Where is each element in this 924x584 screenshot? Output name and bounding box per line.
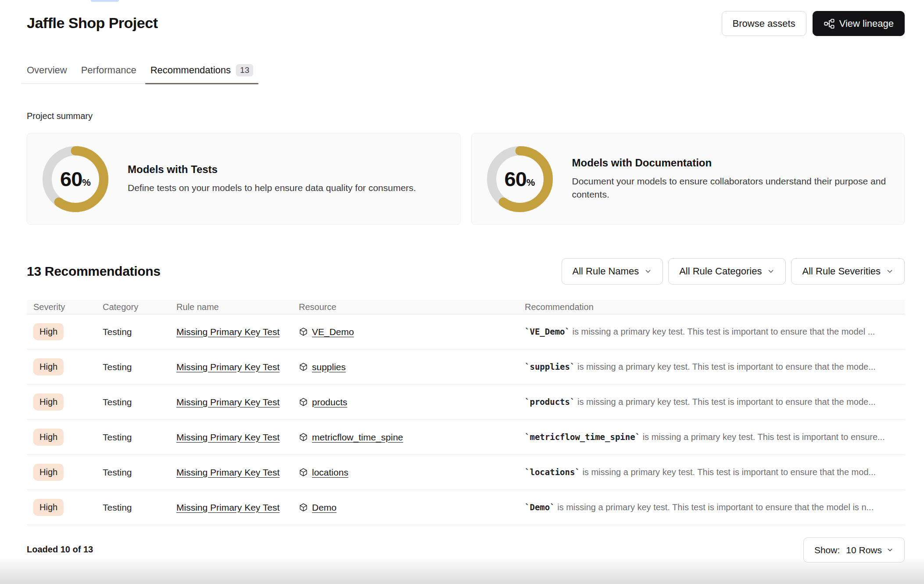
category-cell: Testing — [103, 467, 176, 478]
donut-percent-label: 60 % — [487, 146, 553, 212]
recommendations-heading: 13 Recommendations — [27, 264, 161, 279]
card-title: Models with Tests — [128, 163, 416, 176]
view-lineage-label: View lineage — [839, 18, 894, 29]
table-row: High Testing Missing Primary Key Test — [27, 350, 905, 385]
recommendation-text: is missing a primary key test. This test… — [570, 327, 875, 336]
chevron-down-icon — [767, 267, 775, 275]
column-header-severity: Severity — [33, 302, 103, 312]
category-cell: Testing — [103, 502, 176, 513]
filter-bar: All Rule Names All Rule Categories All R… — [562, 258, 905, 285]
category-cell: Testing — [103, 362, 176, 372]
recommendation-code: `products` — [525, 397, 575, 407]
table-row: High Testing Missing Primary Key Test — [27, 420, 905, 455]
browse-assets-button[interactable]: Browse assets — [722, 11, 806, 36]
table-row: High Testing Missing Primary Key Test — [27, 314, 905, 350]
rule-name-link[interactable]: Missing Primary Key Test — [176, 432, 279, 442]
card-title: Models with Documentation — [572, 157, 887, 169]
tab-overview[interactable]: Overview — [21, 64, 72, 83]
tab-recommendations-label: Recommendations — [150, 65, 231, 76]
rule-name-link[interactable]: Missing Primary Key Test — [176, 467, 279, 477]
recommendation-code: `VE_Demo` — [525, 327, 570, 336]
recommendation-cell: `VE_Demo` is missing a primary key test.… — [525, 327, 905, 337]
models-with-tests-card: 60 % Models with Tests Define tests on y… — [27, 133, 461, 225]
rule-categories-filter-dropdown[interactable]: All Rule Categories — [668, 258, 786, 285]
recommendation-text: is missing a primary key test. This test… — [640, 432, 885, 442]
recommendation-cell: `supplies` is missing a primary key test… — [525, 362, 905, 372]
rule-names-filter-dropdown[interactable]: All Rule Names — [562, 258, 663, 285]
tab-bar: Overview Performance Recommendations 13 — [21, 64, 258, 84]
resource-link[interactable]: supplies — [312, 362, 346, 372]
table-row: High Testing Missing Primary Key Test — [27, 385, 905, 420]
summary-cards: 60 % Models with Tests Define tests on y… — [27, 133, 905, 225]
table-row: High Testing Missing Primary Key Test — [27, 455, 905, 490]
documentation-donut-chart: 60 % — [487, 146, 553, 212]
table-header-row: Severity Category Rule name Resource Rec… — [27, 300, 905, 314]
resource-link[interactable]: Demo — [312, 502, 337, 513]
recommendation-text: is missing a primary key test. This test… — [580, 467, 876, 477]
browse-assets-label: Browse assets — [733, 18, 795, 29]
column-header-recommendation: Recommendation — [525, 302, 905, 312]
tab-performance[interactable]: Performance — [76, 64, 142, 83]
rule-name-link[interactable]: Missing Primary Key Test — [176, 362, 279, 372]
tab-recommendations[interactable]: Recommendations 13 — [145, 64, 259, 83]
category-cell: Testing — [103, 397, 176, 407]
severity-badge: High — [33, 393, 64, 411]
card-description: Document your models to ensure collabora… — [572, 175, 887, 201]
view-lineage-button[interactable]: View lineage — [813, 11, 905, 36]
category-cell: Testing — [103, 327, 176, 337]
model-cube-icon — [299, 327, 308, 336]
tab-performance-label: Performance — [81, 65, 136, 76]
severity-badge: High — [33, 429, 64, 446]
tests-donut-chart: 60 % — [43, 146, 108, 212]
table-body: High Testing Missing Primary Key Test — [27, 314, 905, 525]
project-summary-label: Project summary — [27, 111, 905, 121]
lineage-dag-icon — [824, 18, 835, 29]
recommendation-code: `Demo` — [525, 502, 555, 512]
model-cube-icon — [299, 433, 308, 442]
model-cube-icon — [299, 468, 308, 477]
recommendation-cell: `metricflow_time_spine` is missing a pri… — [525, 432, 905, 442]
chevron-down-icon — [886, 546, 894, 554]
table-row: High Testing Missing Primary Key Test — [27, 490, 905, 525]
model-cube-icon — [299, 362, 308, 371]
rule-name-link[interactable]: Missing Primary Key Test — [176, 327, 279, 337]
model-cube-icon — [299, 503, 308, 512]
recommendations-table: Severity Category Rule name Resource Rec… — [27, 300, 905, 525]
recommendation-code: `locations` — [525, 467, 580, 477]
recommendation-text: is missing a primary key test. This test… — [575, 362, 875, 371]
column-header-category: Category — [103, 302, 176, 312]
recommendation-cell: `locations` is missing a primary key tes… — [525, 467, 905, 477]
recommendation-code: `supplies` — [525, 362, 575, 371]
recommendation-code: `metricflow_time_spine` — [525, 432, 640, 442]
severity-badge: High — [33, 323, 64, 340]
recommendation-cell: `products` is missing a primary key test… — [525, 397, 905, 407]
card-description: Define tests on your models to help ensu… — [128, 181, 416, 195]
models-with-documentation-card: 60 % Models with Documentation Document … — [471, 133, 905, 225]
page: Jaffle Shop Project Browse assets View — [0, 0, 924, 584]
column-header-rule-name: Rule name — [176, 302, 299, 312]
rule-name-link[interactable]: Missing Primary Key Test — [176, 397, 279, 407]
chevron-down-icon — [644, 267, 652, 275]
loaded-count-label: Loaded 10 of 13 — [27, 544, 93, 555]
resource-link[interactable]: locations — [312, 467, 348, 478]
recommendation-cell: `Demo` is missing a primary key test. Th… — [525, 502, 905, 512]
rule-name-link[interactable]: Missing Primary Key Test — [176, 502, 279, 512]
model-cube-icon — [299, 397, 308, 407]
tab-overview-label: Overview — [27, 65, 67, 76]
rows-per-page-dropdown[interactable]: Show: 10 Rows — [803, 537, 905, 562]
recommendation-text: is missing a primary key test. This test… — [575, 397, 875, 407]
severity-badge: High — [33, 464, 64, 481]
page-title: Jaffle Shop Project — [27, 14, 158, 32]
column-header-resource: Resource — [299, 302, 525, 312]
severity-badge: High — [33, 499, 64, 516]
resource-link[interactable]: metricflow_time_spine — [312, 432, 403, 443]
rule-severities-filter-dropdown[interactable]: All Rule Severities — [791, 258, 905, 285]
resource-link[interactable]: products — [312, 397, 347, 407]
recommendations-count-badge: 13 — [236, 64, 253, 76]
resource-link[interactable]: VE_Demo — [312, 327, 354, 337]
donut-percent-label: 60 % — [43, 146, 108, 212]
severity-badge: High — [33, 358, 64, 375]
chevron-down-icon — [886, 267, 894, 275]
recommendation-text: is missing a primary key test. This test… — [555, 502, 874, 512]
page-header: Jaffle Shop Project Browse assets View — [27, 0, 905, 36]
